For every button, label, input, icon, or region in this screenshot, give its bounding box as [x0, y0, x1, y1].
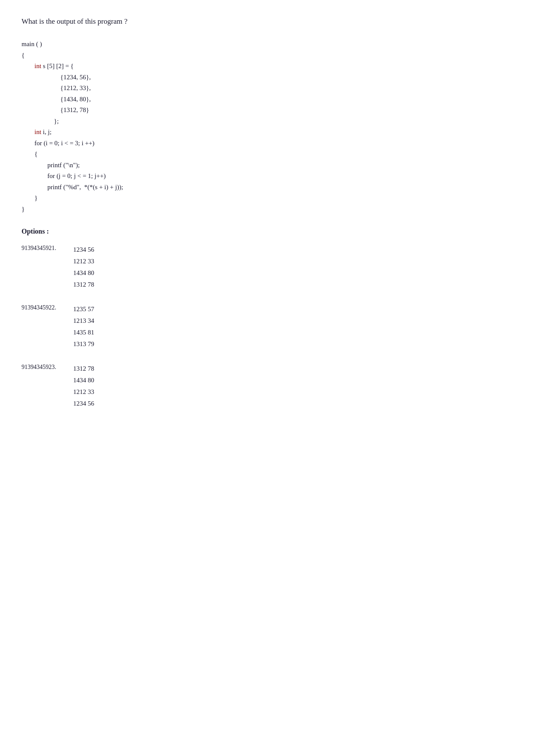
code-line-15: }: [22, 193, 512, 204]
code-line-5: {1212, 33},: [22, 83, 512, 94]
code-line-16: }: [22, 204, 512, 215]
code-line-1: main ( ): [22, 39, 512, 50]
code-line-2: {: [22, 50, 512, 61]
code-line-10: for (i = 0; i < = 3; i ++): [22, 138, 512, 149]
code-line-3: int s [5] [2] = {: [22, 61, 512, 72]
option-1-content: 1234 56 1212 33 1434 80 1312 78: [73, 244, 94, 291]
code-line-13: for (j = 0; j < = 1; j++): [22, 171, 512, 182]
code-line-7: {1312, 78}: [22, 105, 512, 116]
option-3[interactable]: 91394345923. 1312 78 1434 80 1212 33 123…: [22, 363, 512, 409]
code-block: main ( ) { int s [5] [2] = { {1234, 56},…: [22, 39, 512, 215]
options-label: Options :: [22, 228, 512, 235]
code-line-11: {: [22, 149, 512, 160]
option-2[interactable]: 91394345922. 1235 57 1213 34 1435 81 131…: [22, 303, 512, 350]
option-2-number: 91394345922.: [22, 303, 73, 311]
question: What is the output of this program ?: [22, 17, 512, 26]
code-line-4: {1234, 56},: [22, 72, 512, 83]
code-line-14: printf ("%d", *(*(s + i) + j));: [22, 182, 512, 193]
option-1-number: 91394345921.: [22, 244, 73, 252]
option-3-number: 91394345923.: [22, 363, 73, 371]
code-line-12: printf ("\n");: [22, 160, 512, 171]
option-3-content: 1312 78 1434 80 1212 33 1234 56: [73, 363, 94, 409]
code-line-8: };: [22, 116, 512, 127]
code-line-6: {1434, 80},: [22, 94, 512, 105]
code-line-9: int i, j;: [22, 127, 512, 138]
options-section: 91394345921. 1234 56 1212 33 1434 80 131…: [22, 244, 512, 409]
option-2-content: 1235 57 1213 34 1435 81 1313 79: [73, 303, 94, 350]
option-1[interactable]: 91394345921. 1234 56 1212 33 1434 80 131…: [22, 244, 512, 291]
